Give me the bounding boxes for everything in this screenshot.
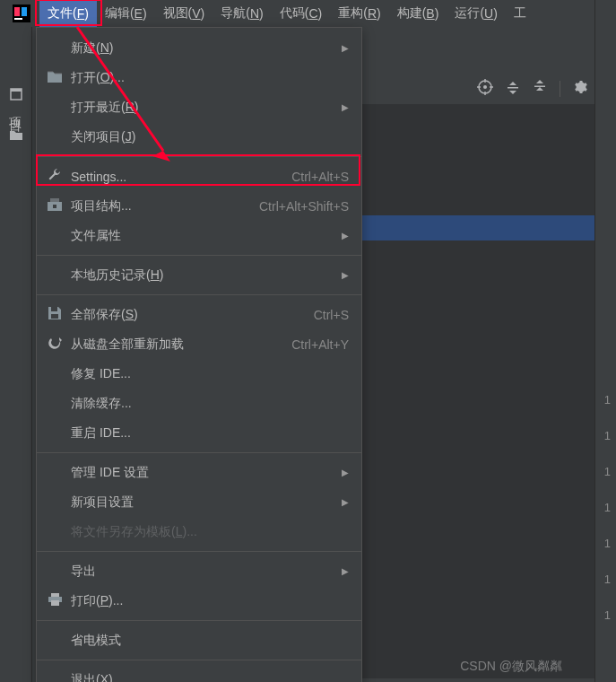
submenu-arrow-icon: ▶ (342, 566, 349, 576)
menu-item[interactable]: 打开最近(R)▶ (37, 92, 361, 122)
svg-point-21 (483, 85, 487, 89)
menubar-item[interactable]: 运行(U) (447, 0, 505, 27)
menubar-item[interactable]: 构建(B) (389, 0, 447, 27)
menu-item-label: 退出(X) (71, 672, 349, 683)
menu-shortcut: Ctrl+Alt+S (291, 170, 349, 184)
menubar-item[interactable]: 视图(V) (155, 0, 213, 27)
menubar: 文件(F)编辑(E)视图(V)导航(N)代码(C)重构(R)构建(B)运行(U)… (0, 0, 616, 27)
menu-item-label: 关闭项目(J) (71, 129, 349, 145)
menu-item-label: 从磁盘全部重新加载 (71, 337, 282, 353)
svg-rect-10 (51, 314, 58, 319)
menu-item[interactable]: 从磁盘全部重新加载Ctrl+Alt+Y (37, 329, 361, 359)
menubar-item[interactable]: 文件(F) (39, 0, 97, 27)
menu-item[interactable]: 重启 IDE... (37, 418, 361, 448)
toolbar-separator (560, 81, 560, 97)
menu-item[interactable]: 退出(X) (37, 665, 361, 682)
svg-rect-8 (53, 205, 56, 208)
gutter-number: 1 (604, 608, 611, 622)
gutter-number: 1 (604, 393, 611, 407)
menu-item-label: 新项目设置 (71, 494, 342, 511)
gutter-number: 1 (604, 501, 611, 514)
menu-item[interactable]: 项目结构...Ctrl+Alt+Shift+S (37, 191, 361, 221)
menu-item[interactable]: 修复 IDE... (37, 359, 361, 389)
menu-separator (37, 255, 361, 256)
gear-icon[interactable] (573, 80, 587, 98)
submenu-arrow-icon: ▶ (342, 270, 349, 280)
menu-item[interactable]: 新建(N)▶ (37, 33, 361, 63)
menu-item-label: 修复 IDE... (71, 366, 349, 382)
menu-shortcut: Ctrl+Alt+Shift+S (259, 199, 349, 214)
menu-item[interactable]: 本地历史记录(H)▶ (37, 260, 361, 290)
menu-item[interactable]: 管理 IDE 设置▶ (37, 458, 361, 487)
svg-rect-13 (51, 600, 59, 606)
reload-icon (46, 337, 64, 353)
project-toolwindow-icon[interactable] (10, 88, 22, 103)
menu-item-label: 本地历史记录(H) (71, 267, 342, 284)
menu-item-label: 项目结构... (71, 198, 250, 214)
tool-window-strip: 项目 (0, 27, 32, 682)
menu-item[interactable]: 文件属性▶ (37, 221, 361, 250)
menu-item[interactable]: 新项目设置▶ (37, 487, 361, 517)
app-logo-icon (9, 1, 34, 26)
menu-item-label: 省电模式 (71, 633, 349, 649)
project-toolwindow-label[interactable]: 项目 (8, 107, 24, 114)
svg-rect-5 (11, 89, 22, 92)
svg-rect-1 (14, 7, 20, 16)
menubar-item[interactable]: 编辑(E) (97, 0, 155, 27)
folder-toolwindow-icon[interactable] (10, 128, 22, 143)
expand-all-icon[interactable] (506, 80, 520, 98)
menu-item[interactable]: 关闭项目(J) (37, 122, 361, 152)
submenu-arrow-icon: ▶ (342, 43, 349, 53)
menu-item[interactable]: 省电模式 (37, 625, 361, 655)
menubar-item[interactable]: 重构(R) (330, 0, 388, 27)
menu-separator (37, 156, 361, 157)
menu-item-label: 导出 (71, 564, 342, 580)
menu-item[interactable]: 清除缓存... (37, 389, 361, 418)
watermark: CSDN @微风粼粼 (460, 659, 562, 675)
menu-item-label: Settings... (71, 170, 282, 184)
collapse-all-icon[interactable] (533, 80, 547, 98)
svg-rect-9 (51, 307, 57, 311)
target-icon[interactable] (477, 79, 493, 99)
editor-pane (362, 104, 595, 678)
editor-selection-row (362, 215, 595, 240)
menu-item[interactable]: Settings...Ctrl+Alt+S (37, 162, 361, 191)
menu-item-label: 将文件另存为模板(L)... (71, 524, 349, 540)
menu-separator (37, 620, 361, 621)
wrench-icon (46, 168, 64, 185)
submenu-arrow-icon: ▶ (342, 468, 349, 477)
submenu-arrow-icon: ▶ (342, 231, 349, 240)
menu-item[interactable]: 全部保存(S)Ctrl+S (37, 300, 361, 329)
menu-shortcut: Ctrl+Alt+Y (291, 337, 349, 352)
svg-rect-7 (50, 198, 59, 202)
save-icon (46, 307, 64, 322)
main-toolbar-right (477, 79, 612, 99)
menu-item-label: 重启 IDE... (71, 425, 349, 442)
menu-item-label: 文件属性 (71, 228, 342, 244)
menu-item[interactable]: 导出▶ (37, 556, 361, 586)
svg-rect-2 (22, 7, 27, 16)
menubar-item[interactable]: 导航(N) (213, 0, 271, 27)
menu-item-label: 清除缓存... (71, 396, 349, 412)
menubar-item[interactable]: 代码(C) (272, 0, 330, 27)
menu-item-label: 全部保存(S) (71, 307, 305, 323)
gutter-number: 1 (604, 537, 611, 550)
file-menu-dropdown: 新建(N)▶打开(O)...打开最近(R)▶关闭项目(J)Settings...… (36, 27, 362, 682)
gutter-number: 1 (604, 429, 611, 442)
svg-rect-11 (51, 593, 59, 597)
menu-item[interactable]: 打印(P)... (37, 586, 361, 616)
menu-item: 将文件另存为模板(L)... (37, 517, 361, 546)
menu-separator (37, 551, 361, 552)
menu-item-label: 新建(N) (71, 40, 342, 57)
menu-separator (37, 452, 361, 453)
menu-item-label: 打印(P)... (71, 593, 349, 609)
submenu-arrow-icon: ▶ (342, 102, 349, 112)
menu-item[interactable]: 打开(O)... (37, 63, 361, 92)
submenu-arrow-icon: ▶ (342, 497, 349, 507)
menu-item-label: 打开最近(R) (71, 100, 342, 116)
menu-item-label: 打开(O)... (71, 70, 349, 86)
menu-item-label: 管理 IDE 设置 (71, 465, 342, 481)
gutter-number: 1 (604, 573, 611, 586)
menu-separator (37, 660, 361, 660)
menubar-item[interactable]: 工 (506, 0, 534, 27)
